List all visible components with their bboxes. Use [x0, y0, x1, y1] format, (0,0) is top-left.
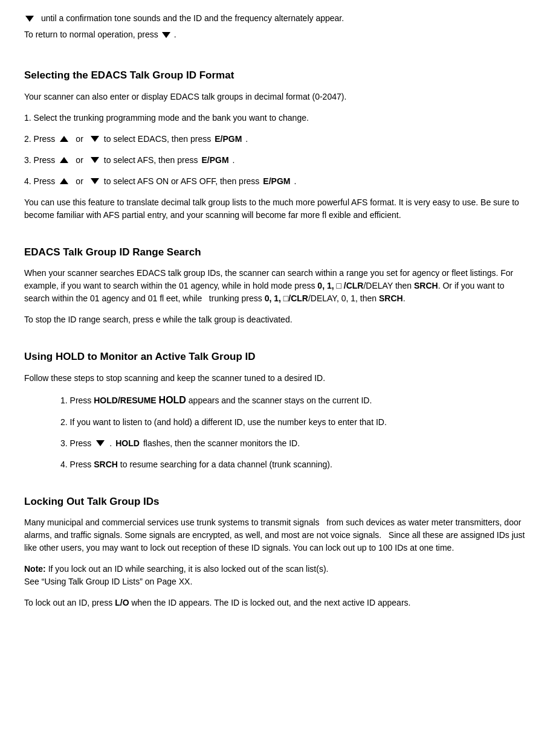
- return-suffix: .: [174, 28, 176, 41]
- section1-step3: 3. Press or to select AFS, then press E/…: [24, 154, 532, 167]
- s3step1-prefix: 1. Press: [60, 396, 94, 405]
- s4p2-prefix: To lock out an ID, press: [24, 598, 115, 607]
- s2p1-part5: then: [358, 293, 379, 303]
- section3-step1: 1. Press HOLD/RESUME HOLD appears and th…: [60, 393, 532, 408]
- step2-up-arrow-icon: [60, 136, 68, 142]
- section1-heading: Selecting the EDACS Talk Group ID Format: [24, 68, 532, 83]
- s3step1-key2: HOLD: [159, 395, 186, 405]
- note-text: If you lock out an ID while searching, i…: [46, 564, 329, 574]
- step3-key: E/PGM: [201, 154, 228, 167]
- section4-note: Note: If you lock out an ID while search…: [24, 563, 532, 588]
- section2-para2: To stop the ID range search, press e whi…: [24, 313, 532, 326]
- intro-text: until a confirmation tone sounds and the…: [41, 13, 344, 23]
- section4-lockout-para: To lock out an ID, press L/O when the ID…: [24, 597, 532, 609]
- step1-text: 1. Press HOLD/RESUME HOLD appears and th…: [60, 393, 532, 408]
- s2p1-keys2: SRCH: [414, 281, 438, 290]
- page-content: until a confirmation tone sounds and the…: [24, 12, 532, 609]
- section1-para2: You can use this feature to translate de…: [24, 196, 532, 222]
- step3-down-arrow-icon: [91, 157, 99, 163]
- s2p1-part4: /DELAY, 0, 1,: [308, 293, 358, 303]
- step2-key: E/PGM: [215, 133, 242, 146]
- section1-para1: Your scanner can also enter or display E…: [24, 91, 532, 103]
- s3step3-arrow-icon: [96, 440, 105, 446]
- s2p1-part6: .: [403, 293, 406, 303]
- section1-step4: 4. Press or to select AFS ON or AFS OFF,…: [24, 175, 532, 188]
- section1-step2: 2. Press or to select EDACS, then press …: [24, 133, 532, 146]
- step2-end: .: [245, 133, 248, 146]
- s3step3-suffix: flashes, then the scanner monitors the I…: [143, 437, 300, 450]
- section3-steps: 1. Press HOLD/RESUME HOLD appears and th…: [60, 393, 532, 471]
- step2-down-arrow-icon: [91, 136, 99, 142]
- s3step2-text: 2. If you want to listen to (and hold) a…: [60, 416, 532, 429]
- step4-suffix: to select AFS ON or AFS OFF, then press: [104, 175, 260, 188]
- section2-heading: EDACS Talk Group ID Range Search: [24, 245, 532, 260]
- step2-or: or: [76, 133, 83, 146]
- intro-line1: until a confirmation tone sounds and the…: [24, 12, 532, 25]
- s2p1-keys1: 0, 1, □ /CLR: [317, 281, 363, 290]
- note-line2: See “Using Talk Group ID Lists” on Page …: [24, 577, 192, 586]
- s3step3-prefix: 3. Press: [60, 437, 91, 450]
- section2-para1: When your scanner searches EDACS talk gr…: [24, 267, 532, 305]
- s4p2-key: L/O: [115, 598, 129, 607]
- step3-suffix: to select AFS, then press: [104, 154, 198, 167]
- s2p1-part2: /DELAY then: [363, 281, 414, 290]
- step4-end: .: [294, 175, 296, 188]
- section3-step4: 4. Press SRCH to resume searching for a …: [60, 458, 532, 471]
- s3step4-suffix: to resume searching for a data channel (…: [118, 460, 332, 469]
- s3step4-key: SRCH: [94, 460, 118, 469]
- section1-step1: 1. Select the trunking programming mode …: [24, 112, 532, 124]
- section4-para1: Many municipal and commercial services u…: [24, 516, 532, 554]
- return-line: To return to normal operation, press .: [24, 28, 532, 41]
- s3step4-prefix: 4. Press: [60, 460, 94, 469]
- section3-para1: Follow these steps to stop scanning and …: [24, 372, 532, 385]
- step4-up-arrow-icon: [60, 178, 68, 184]
- note-label: Note:: [24, 564, 46, 574]
- section3-step2: 2. If you want to listen to (and hold) a…: [60, 416, 532, 429]
- step2-label: 2. Press: [24, 133, 55, 146]
- step3-up-arrow-icon: [60, 157, 68, 163]
- s3step3-dot: .: [109, 437, 112, 450]
- s3step3-key1: HOLD: [115, 437, 140, 450]
- step2-suffix: to select EDACS, then press: [104, 133, 211, 146]
- s2p1-keys3: 0, 1, □/CLR: [265, 293, 308, 303]
- section4-heading: Locking Out Talk Group IDs: [24, 494, 532, 510]
- step3-label: 3. Press: [24, 154, 55, 167]
- section3-heading: Using HOLD to Monitor an Active Talk Gro…: [24, 349, 532, 365]
- step4-label: 4. Press: [24, 175, 55, 188]
- step4-key: E/PGM: [263, 175, 290, 188]
- s2p1-keys4: SRCH: [379, 293, 403, 303]
- s3step1-suffix: appears and the scanner stays on the cur…: [186, 396, 372, 405]
- s4p2-suffix: when the ID appears. The ID is locked ou…: [129, 598, 411, 607]
- intro-arrow-icon: [24, 12, 35, 25]
- s3step4-text: 4. Press SRCH to resume searching for a …: [60, 458, 532, 471]
- step4-or: or: [76, 175, 83, 188]
- step3-end: .: [233, 154, 235, 167]
- s3step1-key1: HOLD/RESUME: [94, 396, 156, 405]
- step4-down-arrow-icon: [91, 178, 99, 184]
- step3-or: or: [76, 154, 83, 167]
- return-arrow-icon: [162, 32, 170, 38]
- section3-step3: 3. Press . HOLD flashes, then the scanne…: [60, 437, 532, 450]
- return-prefix: To return to normal operation, press: [24, 28, 158, 41]
